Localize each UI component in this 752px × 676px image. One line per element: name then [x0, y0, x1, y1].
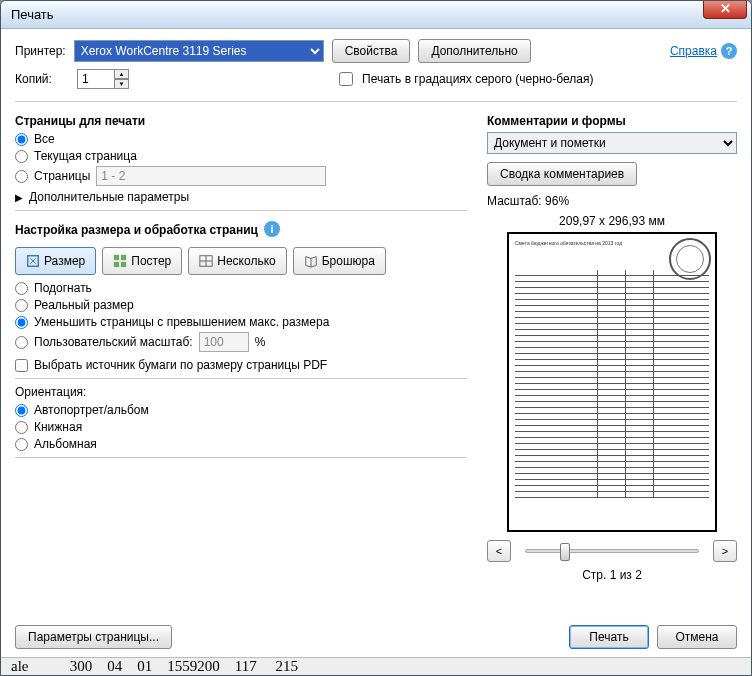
- copies-input[interactable]: [77, 69, 115, 89]
- help-link[interactable]: Справка ?: [670, 43, 737, 59]
- print-preview: Смета бюджетного обязательства на 2013 г…: [507, 232, 717, 532]
- source-by-size-label: Выбрать источник бумаги по размеру стран…: [34, 358, 327, 372]
- multiple-icon: [199, 254, 213, 268]
- copies-up[interactable]: ▲: [115, 69, 129, 79]
- pages-all-label: Все: [34, 132, 55, 146]
- pages-range-label: Страницы: [34, 169, 90, 183]
- scale-label: Масштаб:: [487, 194, 542, 208]
- actual-label: Реальный размер: [34, 298, 134, 312]
- scale-value: 96%: [545, 194, 569, 208]
- dimensions-label: 209,97 x 296,93 мм: [487, 214, 737, 228]
- chevron-right-icon: ▶: [15, 192, 23, 203]
- properties-button[interactable]: Свойства: [332, 39, 411, 63]
- next-page-button[interactable]: >: [713, 540, 737, 562]
- multiple-tab[interactable]: Несколько: [188, 247, 286, 275]
- svg-rect-1: [114, 255, 119, 260]
- comments-title: Комментарии и формы: [487, 114, 737, 128]
- prev-page-button[interactable]: <: [487, 540, 511, 562]
- booklet-icon: [304, 254, 318, 268]
- comments-combo[interactable]: Документ и пометки: [487, 132, 737, 154]
- summary-button[interactable]: Сводка комментариев: [487, 162, 637, 186]
- printer-label: Принтер:: [15, 44, 66, 58]
- background-window-text: ale 300 04 01 1559200 117 215: [1, 657, 751, 675]
- help-text: Справка: [670, 44, 717, 58]
- printer-select[interactable]: Xerox WorkCentre 3119 Series: [74, 40, 324, 62]
- pages-current-label: Текущая страница: [34, 149, 137, 163]
- pages-all-radio[interactable]: [15, 133, 28, 146]
- info-icon[interactable]: i: [264, 221, 280, 237]
- advanced-button[interactable]: Дополнительно: [418, 39, 530, 63]
- orientation-title: Ориентация:: [15, 385, 467, 399]
- orient-portrait-label: Книжная: [34, 420, 82, 434]
- percent-label: %: [255, 335, 266, 349]
- size-tab[interactable]: Размер: [15, 247, 96, 275]
- orient-auto-label: Автопортрет/альбом: [34, 403, 149, 417]
- pages-group-title: Страницы для печати: [15, 114, 467, 128]
- svg-rect-3: [114, 262, 119, 267]
- window-title: Печать: [11, 7, 54, 22]
- shrink-radio[interactable]: [15, 316, 28, 329]
- help-icon: ?: [721, 43, 737, 59]
- orient-auto-radio[interactable]: [15, 404, 28, 417]
- custom-label: Пользовательский масштаб:: [34, 335, 193, 349]
- orient-landscape-radio[interactable]: [15, 438, 28, 451]
- size-icon: [26, 254, 40, 268]
- copies-down[interactable]: ▼: [115, 79, 129, 89]
- fit-label: Подогнать: [34, 281, 92, 295]
- zoom-slider[interactable]: [525, 549, 699, 553]
- source-by-size-checkbox[interactable]: [15, 359, 28, 372]
- fit-radio[interactable]: [15, 282, 28, 295]
- sizing-group-title: Настройка размера и обработка страниц: [15, 223, 258, 237]
- shrink-label: Уменьшить страницы с превышением макс. р…: [34, 315, 329, 329]
- pages-range-radio[interactable]: [15, 170, 28, 183]
- slider-thumb[interactable]: [560, 543, 570, 561]
- orient-portrait-radio[interactable]: [15, 421, 28, 434]
- pages-current-radio[interactable]: [15, 150, 28, 163]
- orient-landscape-label: Альбомная: [34, 437, 97, 451]
- svg-rect-2: [121, 255, 126, 260]
- page-setup-button[interactable]: Параметры страницы...: [15, 625, 172, 649]
- page-indicator: Стр. 1 из 2: [487, 568, 737, 582]
- print-button[interactable]: Печать: [569, 625, 649, 649]
- poster-icon: [113, 254, 127, 268]
- copies-label: Копий:: [15, 72, 69, 86]
- booklet-tab[interactable]: Брошюра: [293, 247, 386, 275]
- pages-range-input: [96, 166, 326, 186]
- custom-scale-input: [199, 332, 249, 352]
- titlebar: Печать ✕: [1, 1, 751, 29]
- cancel-button[interactable]: Отмена: [657, 625, 737, 649]
- svg-rect-4: [121, 262, 126, 267]
- custom-radio[interactable]: [15, 336, 28, 349]
- grayscale-label: Печать в градациях серого (черно-белая): [362, 72, 593, 86]
- close-button[interactable]: ✕: [703, 0, 747, 19]
- pages-more-label: Дополнительные параметры: [29, 190, 189, 204]
- actual-radio[interactable]: [15, 299, 28, 312]
- grayscale-checkbox[interactable]: [339, 72, 353, 86]
- copies-spinner[interactable]: ▲ ▼: [77, 69, 129, 89]
- poster-tab[interactable]: Постер: [102, 247, 182, 275]
- pages-more-toggle[interactable]: ▶ Дополнительные параметры: [15, 190, 467, 204]
